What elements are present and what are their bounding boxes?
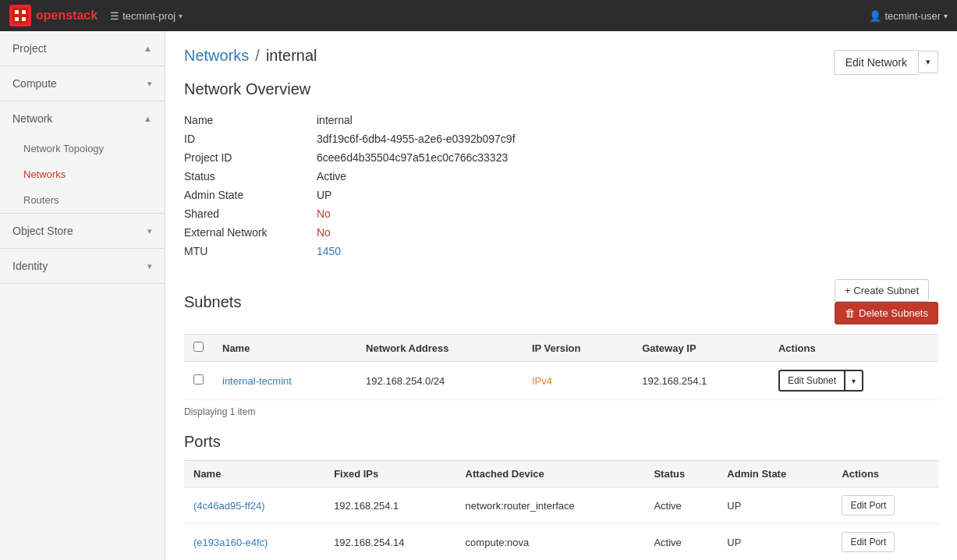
sidebar-section-project: Project ▲ — [0, 31, 165, 66]
info-label-name: Name — [184, 114, 317, 126]
main-content: Networks / internal Edit Network ▾ Netwo… — [165, 31, 957, 560]
subnet-row-0-network-address-cell: 192.168.254.0/24 — [356, 362, 523, 400]
sidebar: Project ▲ Compute ▾ Network ▲ Network To… — [0, 31, 165, 560]
port-row-1-fixed-ips: 192.168.254.14 — [334, 537, 404, 548]
subnet-row-0-name-link[interactable]: internal-tecmint — [222, 375, 292, 387]
edit-subnet-button[interactable]: Edit Subnet — [778, 370, 844, 392]
info-value-name: internal — [317, 114, 353, 126]
edit-subnet-dropdown-button[interactable]: ▾ — [844, 370, 863, 392]
sidebar-section-header-object-store[interactable]: Object Store ▾ — [0, 214, 165, 248]
port-row-1-fixed-ips-cell: 192.168.254.14 — [324, 524, 455, 561]
subnets-table: Name Network Address IP Version Gateway … — [184, 334, 938, 400]
breadcrumb-networks-link[interactable]: Networks — [184, 47, 249, 65]
info-row-admin-state: Admin State UP — [184, 186, 938, 204]
logo-area: openstack — [9, 5, 97, 27]
sidebar-compute-label: Compute — [12, 77, 57, 90]
info-value-status: Active — [317, 170, 346, 183]
svg-rect-2 — [22, 10, 26, 14]
info-label-id: ID — [184, 133, 317, 145]
port-row-1-status-cell: Active — [644, 524, 718, 561]
port-row-0-attached-device: network:router_interface — [466, 500, 575, 512]
user-chevron-icon: ▾ — [944, 12, 948, 20]
sidebar-networks-label: Networks — [23, 168, 66, 180]
subnets-title: Subnets — [184, 293, 241, 311]
logo-stack: stack — [66, 9, 97, 22]
info-row-mtu: MTU 1450 — [184, 242, 938, 261]
port-row-0-name-link[interactable]: (4c46ad95-ff24) — [193, 500, 265, 512]
edit-port-0-button[interactable]: Edit Port — [842, 495, 895, 516]
ports-table-header-row: Name Fixed IPs Attached Device Status Ad… — [184, 461, 938, 487]
edit-network-dropdown-button[interactable]: ▾ — [918, 51, 938, 73]
subnets-header: Subnets + Create Subnet 🗑 Delete Subnets — [184, 279, 938, 324]
edit-port-1-button[interactable]: Edit Port — [842, 532, 895, 552]
create-subnet-button[interactable]: + Create Subnet — [835, 279, 929, 302]
port-row-0-actions-cell: Edit Port — [832, 487, 938, 524]
logo-text: openstack — [36, 9, 97, 23]
breadcrumb-area: Networks / internal Edit Network ▾ — [184, 47, 938, 77]
sidebar-object-store-label: Object Store — [12, 225, 73, 237]
layout: Project ▲ Compute ▾ Network ▲ Network To… — [0, 31, 957, 560]
port-row-1-actions-cell: Edit Port — [832, 524, 938, 561]
port-row-0-admin-state-cell: UP — [718, 487, 832, 524]
sidebar-section-header-project[interactable]: Project ▲ — [0, 31, 165, 66]
network-overview-title: Network Overview — [184, 80, 938, 98]
sidebar-section-header-identity[interactable]: Identity ▾ — [0, 249, 165, 283]
info-value-id: 3df19c6f-6db4-4955-a2e6-e0392b097c9f — [317, 133, 516, 145]
user-icon: 👤 — [869, 10, 881, 22]
port-row-1-name-cell: (e193a160-e4fc) — [184, 524, 324, 561]
breadcrumb-separator: / — [255, 47, 260, 65]
sidebar-identity-chevron-icon: ▾ — [147, 261, 152, 271]
port-row-1-name-link[interactable]: (e193a160-e4fc) — [193, 537, 268, 548]
sidebar-item-networks[interactable]: Networks — [0, 161, 165, 187]
subnet-row-0-name-cell: internal-tecmint — [213, 362, 356, 400]
ports-col-actions: Actions — [832, 461, 938, 487]
sidebar-object-store-chevron-icon: ▾ — [147, 226, 152, 236]
port-row-1-attached-device: compute:nova — [466, 537, 530, 548]
ports-col-fixed-ips: Fixed IPs — [324, 461, 455, 487]
info-row-external: External Network No — [184, 223, 938, 242]
sidebar-item-network-topology[interactable]: Network Topology — [0, 136, 165, 161]
subnet-row-0: internal-tecmint 192.168.254.0/24 IPv4 1… — [184, 362, 938, 400]
sidebar-section-identity: Identity ▾ — [0, 249, 165, 284]
port-row-1-admin-state: UP — [727, 537, 741, 548]
sidebar-network-topology-label: Network Topology — [23, 143, 104, 154]
subnet-row-0-ip-version-cell: IPv4 — [523, 362, 633, 400]
port-row-0-status: Active — [654, 500, 681, 512]
svg-rect-3 — [15, 17, 19, 21]
info-label-status: Status — [184, 170, 317, 183]
subnets-actions: + Create Subnet 🗑 Delete Subnets — [835, 279, 938, 324]
topbar-left: openstack ☰ tecmint-proj ▾ — [9, 5, 183, 27]
info-value-admin-state: UP — [317, 189, 331, 201]
port-row-1-status: Active — [654, 537, 681, 548]
user-name: tecmint-user — [884, 10, 941, 22]
subnet-row-0-network-address: 192.168.254.0/24 — [366, 375, 445, 387]
trash-icon: 🗑 — [845, 307, 855, 319]
edit-network-button[interactable]: Edit Network — [834, 50, 918, 75]
sidebar-item-routers[interactable]: Routers — [0, 187, 165, 213]
openstack-logo-icon — [9, 5, 31, 27]
sidebar-identity-label: Identity — [12, 260, 48, 272]
delete-subnets-button[interactable]: 🗑 Delete Subnets — [835, 302, 938, 324]
subnets-col-checkbox — [184, 335, 213, 362]
info-row-name: Name internal — [184, 111, 938, 129]
sidebar-section-header-compute[interactable]: Compute ▾ — [0, 66, 165, 101]
info-label-external: External Network — [184, 226, 317, 239]
sidebar-project-chevron-icon: ▲ — [144, 44, 152, 53]
ports-table: Name Fixed IPs Attached Device Status Ad… — [184, 460, 938, 560]
svg-rect-4 — [22, 17, 26, 21]
subnets-col-gateway-ip: Gateway IP — [633, 335, 769, 362]
project-name: tecmint-proj — [122, 10, 175, 22]
user-menu[interactable]: 👤 tecmint-user ▾ — [869, 10, 948, 22]
edit-subnet-btn-group: Edit Subnet ▾ — [778, 370, 863, 392]
subnet-row-0-checkbox[interactable] — [193, 374, 204, 385]
info-value-mtu[interactable]: 1450 — [317, 245, 341, 257]
breadcrumb: Networks / internal — [184, 47, 317, 65]
project-selector[interactable]: ☰ tecmint-proj ▾ — [110, 10, 183, 22]
port-row-0-name-cell: (4c46ad95-ff24) — [184, 487, 324, 524]
sidebar-section-header-network[interactable]: Network ▲ — [0, 101, 165, 136]
project-icon: ☰ — [110, 10, 119, 22]
subnet-row-0-checkbox-cell — [184, 362, 213, 400]
subnets-select-all-checkbox[interactable] — [193, 342, 204, 352]
info-label-project-id: Project ID — [184, 151, 317, 164]
ports-col-attached-device: Attached Device — [456, 461, 645, 487]
